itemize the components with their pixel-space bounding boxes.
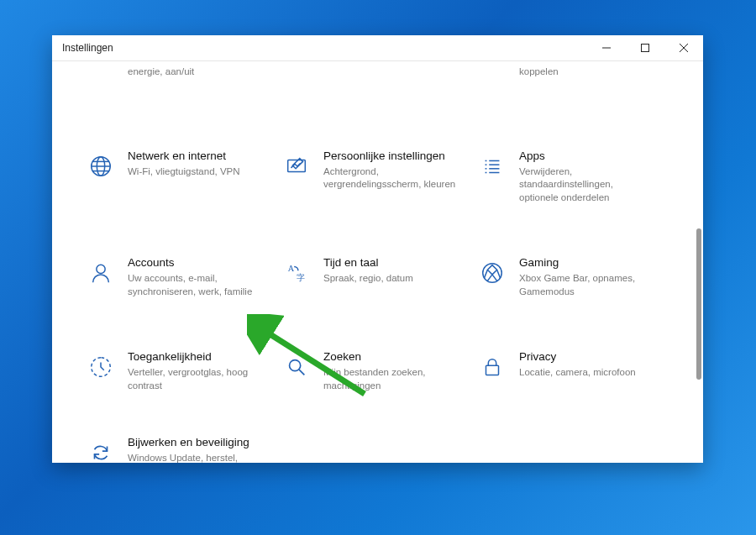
tile-row: Bijwerken en beveiliging Windows Update,… [86,426,678,463]
tile-sub: Wi-Fi, vliegtuigstand, VPN [128,165,262,179]
tile-title: Gaming [519,256,666,270]
titlebar: Instellingen [52,35,703,61]
tile-title: Bijwerken en beveiliging [128,436,275,450]
window-title: Instellingen [62,42,113,54]
tile-sub: Verwijderen, standaardinstellingen, opti… [519,165,654,205]
system-icon [86,67,116,97]
tile-ease-of-access[interactable]: Toegankelijkheid Verteller, vergrootglas… [86,340,281,402]
time-language-icon: A 字 [281,258,312,288]
tile-sub: Achtergrond, vergrendelingsscherm, kleur… [323,165,458,191]
update-icon [86,438,116,463]
svg-point-18 [97,265,105,274]
partial-row: energie, aan/uit koppelen [86,66,678,108]
tile-sub: Xbox Game Bar, opnames, Gamemodus [519,272,654,298]
tile-sub: Verteller, vergrootglas, hoog contrast [128,366,262,392]
tile-row: Netwerk en internet Wi-Fi, vliegtuigstan… [86,139,678,214]
tile-title: Toegankelijkheid [128,350,275,365]
tile-phone-partial[interactable]: koppelen [477,66,673,108]
tile-gaming[interactable]: Gaming Xbox Game Bar, opnames, Gamemodus [477,246,673,308]
tile-privacy[interactable]: Privacy Locatie, camera, microfoon [477,340,673,402]
settings-window: Instellingen energie, aan/uit [52,35,703,463]
personalization-icon [281,151,312,181]
svg-line-23 [299,370,305,375]
ease-of-access-icon [86,352,116,382]
svg-rect-1 [642,45,649,52]
tile-update-security[interactable]: Bijwerken en beveiliging Windows Update,… [86,426,281,463]
settings-content: energie, aan/uit koppelen [52,60,703,463]
minimize-button[interactable] [587,35,626,60]
svg-text:A: A [288,265,295,274]
svg-rect-24 [486,365,499,375]
phone-icon [477,67,507,97]
apps-icon [477,151,507,181]
tile-sub: Spraak, regio, datum [323,272,458,286]
tile-title: Privacy [519,350,666,365]
scrollbar-thumb[interactable] [696,228,701,380]
tile-sub: koppelen [519,66,654,79]
tile-personalization[interactable]: Persoonlijke instellingen Achtergrond, v… [281,139,477,214]
tile-row: Toegankelijkheid Verteller, vergrootglas… [86,340,678,402]
tile-sub: energie, aan/uit [128,66,262,79]
tile-row: Accounts Uw accounts, e-mail, synchronis… [86,246,678,308]
window-controls [587,35,703,60]
maximize-button[interactable] [626,35,664,60]
tile-sub: Mijn bestanden zoeken, machtigingen [323,366,458,392]
globe-icon [86,151,116,181]
close-button[interactable] [664,35,703,60]
tile-sub: Windows Update, herstel, back-up [128,452,262,463]
tile-title: Persoonlijke instellingen [323,149,470,164]
svg-point-22 [290,360,301,371]
tile-title: Netwerk en internet [128,149,275,164]
tile-title: Apps [519,149,666,164]
svg-text:字: 字 [297,274,305,283]
tile-apps[interactable]: Apps Verwijderen, standaardinstellingen,… [477,139,673,214]
tile-accounts[interactable]: Accounts Uw accounts, e-mail, synchronis… [86,246,281,308]
tile-title: Tijd en taal [323,256,470,270]
tile-title: Zoeken [323,350,470,365]
tile-devices-partial[interactable] [281,66,477,108]
search-icon [281,352,312,382]
tile-system-partial[interactable]: energie, aan/uit [86,66,281,108]
tile-search[interactable]: Zoeken Mijn bestanden zoeken, machtiging… [281,340,477,402]
tile-time-language[interactable]: A 字 Tijd en taal Spraak, regio, datum [281,246,477,308]
tile-sub: Uw accounts, e-mail, synchroniseren, wer… [128,272,262,298]
tile-sub: Locatie, camera, microfoon [519,366,654,380]
tile-title: Accounts [128,256,275,270]
accounts-icon [86,258,116,288]
gaming-icon [477,258,507,288]
lock-icon [477,352,507,382]
tile-network[interactable]: Netwerk en internet Wi-Fi, vliegtuigstan… [86,139,281,214]
